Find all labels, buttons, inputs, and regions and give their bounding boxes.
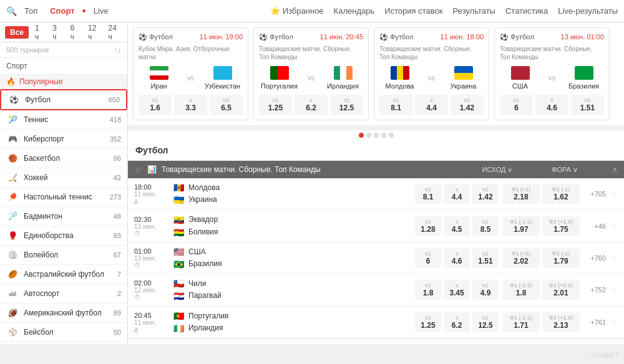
nav-item-live[interactable]: Live xyxy=(89,4,114,18)
match-plus-1[interactable]: +46 xyxy=(583,223,606,230)
nav-item-sport[interactable]: Спорт xyxy=(45,4,79,18)
sidebar-item-tennis[interactable]: 🎾 Теннис 418 xyxy=(0,110,127,130)
dot-1[interactable] xyxy=(366,133,371,138)
sidebar-item-volleyball[interactable]: 🏐 Волейбол 67 xyxy=(0,246,127,265)
sidebar-item-badminton[interactable]: 🏸 Бадминтон 48 xyxy=(0,207,127,226)
collapse-icon[interactable]: ∧ xyxy=(612,165,618,174)
match-teams-2: США Бразилия xyxy=(188,246,411,270)
card1-odd-0[interactable]: п1 1.25 xyxy=(259,95,292,115)
match-plus-3[interactable]: +752 xyxy=(583,286,606,294)
sidebar-item-tabletennis[interactable]: 🏓 Настольный теннис 273 xyxy=(0,188,127,207)
card1-odd-1[interactable]: х 6.2 xyxy=(295,95,328,115)
card3-odd-1[interactable]: х 4.6 xyxy=(535,95,568,115)
match-plus-0[interactable]: +705 xyxy=(583,190,606,198)
match-star-2[interactable]: ☆ xyxy=(610,253,618,263)
card0-odd-0[interactable]: п1 1.6 xyxy=(139,95,172,115)
dot-3[interactable] xyxy=(381,133,386,138)
sidebar-item-mma[interactable]: 🥊 Единоборства 83 xyxy=(0,226,127,246)
match-x-0[interactable]: х 4.4 xyxy=(444,184,470,204)
match-star-4[interactable]: ☆ xyxy=(610,317,618,327)
match-p2-3[interactable]: п2 4.9 xyxy=(472,280,499,300)
dot-2[interactable] xyxy=(374,133,379,138)
match-star-0[interactable]: ☆ xyxy=(610,189,618,199)
card1-odd-2[interactable]: п2 12.5 xyxy=(330,95,363,115)
badminton-count: 48 xyxy=(114,213,121,220)
nav-favorites[interactable]: ⭐ Избранное xyxy=(270,6,324,16)
dot-0[interactable] xyxy=(359,133,364,138)
nav-stats[interactable]: Статистика xyxy=(505,6,548,16)
nav-dot: • xyxy=(82,6,86,17)
sidebar-item-football[interactable]: ⚽ Футбол 650 xyxy=(0,89,127,110)
match-teams-4: Португалия Ирландия xyxy=(188,310,411,334)
match-teams-3: Чили Парагвай xyxy=(188,278,411,302)
time-btn-1h[interactable]: 1 ч xyxy=(30,22,46,43)
hockey-count: 42 xyxy=(114,174,121,181)
time-btn-3h[interactable]: 3 ч xyxy=(47,22,64,43)
card3-odd-0[interactable]: п1 6 xyxy=(500,95,533,115)
match-p1-0[interactable]: п1 8.1 xyxy=(415,184,441,204)
match-f2-2[interactable]: Ф2 (-2) 1.79 xyxy=(542,248,580,268)
aussie-icon: 🏉 xyxy=(6,268,19,280)
match-p2-1[interactable]: п2 8.5 xyxy=(472,216,499,236)
match-p1-1[interactable]: п1 1.28 xyxy=(415,216,441,236)
match-f1-2[interactable]: Ф1 (+2) 2.02 xyxy=(502,248,540,268)
col-fora[interactable]: ФОРА ∨ xyxy=(527,166,602,174)
sidebar-item-americanfootball[interactable]: 🏈 Американский футбол 89 xyxy=(0,304,127,323)
star-icon[interactable]: ☆ xyxy=(134,165,142,175)
dot-4[interactable] xyxy=(389,133,394,138)
top-nav-right: ⭐ Избранное Календарь История ставок Рез… xyxy=(270,6,618,16)
match-f1-1[interactable]: Ф1 (-1.5) 1.97 xyxy=(502,216,540,236)
nav-results[interactable]: Результаты xyxy=(452,6,495,16)
match-f1-4[interactable]: Ф1 (-1.5) 1.71 xyxy=(502,312,540,332)
sidebar-item-aussierules[interactable]: 🏉 Австралийский футбол 7 xyxy=(0,265,127,284)
versus-icon: vs xyxy=(187,74,194,82)
card2-odd-2[interactable]: п2 1.42 xyxy=(451,95,484,115)
match-f2-3[interactable]: Ф2 (+0.5) 2.01 xyxy=(542,280,580,300)
sidebar-item-motorsport[interactable]: 🏎 Автоспорт 2 xyxy=(0,284,127,304)
nav-calendar[interactable]: Календарь xyxy=(334,6,375,16)
sidebar-item-basketball[interactable]: 🏀 Баскетбол 66 xyxy=(0,149,127,168)
match-f2-0[interactable]: Ф2 (-1) 1.62 xyxy=(542,184,580,204)
sidebar-item-esports[interactable]: 🎮 Киберспорт 352 xyxy=(0,130,127,149)
match-p2-0[interactable]: п2 1.42 xyxy=(472,184,499,204)
tournament-header[interactable]: ☆ 📊 Товарищеские матчи. Сборные. Топ Ком… xyxy=(128,161,624,178)
nav-live-results[interactable]: Live-результаты xyxy=(558,6,618,16)
sidebar-item-hockey[interactable]: 🏒 Хоккей 42 xyxy=(0,168,127,188)
match-p1-3[interactable]: п1 1.8 xyxy=(415,280,441,300)
match-p1-4[interactable]: п1 1.25 xyxy=(415,312,441,332)
sidebar-item-baseball[interactable]: ⚾ Бейсбол 50 xyxy=(0,323,127,342)
match-star-3[interactable]: ☆ xyxy=(610,285,618,295)
match-f1-3[interactable]: Ф1 (-0.5) 1.8 xyxy=(502,280,540,300)
time-btn-6h[interactable]: 6 ч xyxy=(66,22,82,43)
match-f2-4[interactable]: Ф2 (+1.5) 2.13 xyxy=(542,312,580,332)
match-x-3[interactable]: х 3.45 xyxy=(444,280,470,300)
card3-team2: Бразилия xyxy=(563,66,604,90)
match-plus-4[interactable]: +761 xyxy=(583,318,606,326)
match-x-1[interactable]: х 4.5 xyxy=(444,216,470,236)
match-f1-0[interactable]: Ф1 (+1) 2.18 xyxy=(502,184,540,204)
motorsport-label: Автоспорт xyxy=(24,289,112,298)
card2-odd-0[interactable]: п1 8.1 xyxy=(379,95,412,115)
match-star-1[interactable]: ☆ xyxy=(610,221,618,231)
match-plus-2[interactable]: +760 xyxy=(583,254,606,262)
match-p2-4[interactable]: п2 12.5 xyxy=(472,312,499,332)
match-f2-1[interactable]: Ф2 (+1.5) 1.75 xyxy=(542,216,580,236)
card2-odd-1[interactable]: х 4.4 xyxy=(415,95,448,115)
match-time-4: 20:45 11 июн. д xyxy=(134,312,168,333)
card3-odd-2[interactable]: п2 1.51 xyxy=(571,95,604,115)
match-x-2[interactable]: х 4.6 xyxy=(444,248,470,268)
nav-item-top[interactable]: Топ xyxy=(19,4,42,18)
time-btn-12h[interactable]: 12 ч xyxy=(83,22,102,43)
time-btn-all[interactable]: Все xyxy=(5,26,29,39)
match-p1-2[interactable]: п1 6 xyxy=(415,248,441,268)
col-iskhod[interactable]: ИСХОД ∨ xyxy=(472,166,522,174)
card3-tournament: Товарищеские матчи. Сборные. Топ Команды xyxy=(500,45,604,61)
time-btn-24h[interactable]: 24 ч xyxy=(103,22,122,43)
sort-icon[interactable]: ↑↓ xyxy=(114,46,121,54)
nav-bet-history[interactable]: История ставок xyxy=(384,6,442,16)
card0-odd-2[interactable]: п2 6.5 xyxy=(210,95,243,115)
match-x-4[interactable]: х 6.2 xyxy=(444,312,470,332)
match-p2-2[interactable]: п2 1.51 xyxy=(472,248,499,268)
versus-icon-1: vs xyxy=(308,74,314,82)
card0-odd-1[interactable]: х 3.3 xyxy=(174,95,207,115)
